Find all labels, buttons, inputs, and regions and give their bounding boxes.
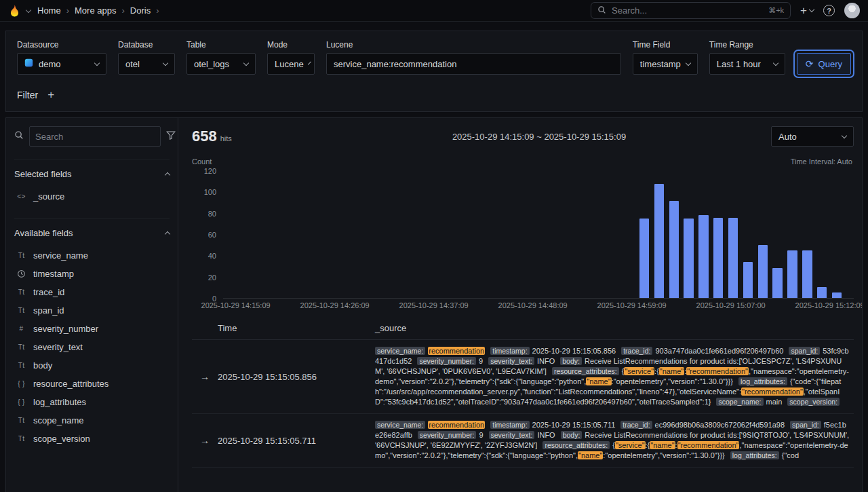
add-menu-button[interactable]: + — [800, 5, 814, 16]
global-search-input[interactable]: Search... ⌘+k — [591, 2, 791, 19]
time-field-label: Time Field — [633, 40, 698, 50]
table-value: otel_logs — [194, 59, 229, 69]
filter-funnel-icon[interactable] — [166, 130, 176, 143]
database-value: otel — [125, 59, 140, 69]
mode-select[interactable]: Lucene — [267, 53, 315, 75]
expand-row-icon[interactable]: → — [200, 435, 210, 446]
field-item-timestamp[interactable]: timestamp — [14, 265, 170, 283]
row-source: service_name:recommendationtimestamp:202… — [375, 420, 854, 461]
chevron-down-icon — [308, 61, 311, 64]
field-name: log_attributes — [33, 397, 86, 407]
chevron-down-icon[interactable] — [26, 7, 31, 12]
breadcrumb-item[interactable]: Doris — [130, 5, 151, 16]
y-axis-label: 80 — [208, 210, 216, 218]
breadcrumb-item[interactable]: Home — [37, 5, 61, 16]
time-range-display: 2025-10-29 14:15:09 ~ 2025-10-29 15:15:0… — [307, 132, 771, 142]
field-item-resource_attributes[interactable]: { }resource_attributes — [14, 375, 170, 393]
field-search-input[interactable] — [29, 126, 161, 147]
row-time: 2025-10-29 15:15:05.856 — [218, 372, 375, 382]
selected-fields-header[interactable]: Selected fields — [14, 169, 170, 179]
text-field-icon: Tt — [16, 362, 27, 369]
text-field-icon: Tt — [16, 417, 27, 424]
grafana-logo[interactable] — [8, 4, 21, 17]
results-main: 658 hits 2025-10-29 14:15:09 ~ 2025-10-2… — [178, 118, 862, 492]
histogram-bar[interactable] — [684, 219, 693, 298]
time-field-field: Time Field timestamp — [633, 40, 698, 75]
histogram-bar[interactable] — [758, 245, 768, 298]
histogram-bar[interactable] — [669, 201, 679, 298]
histogram-bar[interactable] — [817, 287, 827, 298]
highlight-text: recommendation — [428, 421, 485, 429]
field-item-log_attributes[interactable]: { }log_attributes — [14, 393, 170, 411]
histogram-bar[interactable] — [802, 250, 812, 298]
highlight-text: "name" — [659, 367, 684, 375]
histogram-bar[interactable] — [654, 184, 664, 298]
text-field-icon: Tt — [16, 435, 27, 442]
breadcrumb-item[interactable]: More apps — [75, 5, 116, 16]
field-item-severity_number[interactable]: #severity_number — [14, 320, 170, 338]
histogram-bar[interactable] — [743, 262, 753, 298]
help-icon[interactable]: ? — [823, 5, 835, 16]
field-key-chip: service_name: — [375, 421, 425, 429]
field-item-trace_id[interactable]: Tttrace_id — [14, 283, 170, 301]
field-item-scope_name[interactable]: Ttscope_name — [14, 411, 170, 430]
source-text: INFO — [537, 431, 555, 439]
source-text: 903a747daa0c1fe661ed96f206497b60 — [655, 347, 783, 355]
chevron-right-icon: › — [66, 5, 69, 16]
lucene-label: Lucene — [326, 40, 621, 50]
source-text: 9 — [479, 431, 483, 439]
field-key-chip: service_name: — [375, 347, 425, 355]
field-key-chip: log_attributes: — [738, 377, 787, 385]
histogram-bar[interactable] — [832, 292, 842, 298]
y-axis-label: 20 — [208, 273, 216, 282]
chart-plot-area: 2025-10-29 14:15:092025-10-29 14:26:0920… — [223, 171, 854, 299]
chevron-up-icon — [165, 231, 170, 237]
datasource-select[interactable]: demo — [17, 53, 106, 75]
database-select[interactable]: otel — [118, 53, 175, 75]
chevron-down-icon — [94, 60, 100, 65]
available-fields-section: Available fields Ttservice_nametimestamp… — [14, 218, 170, 448]
field-name: body — [33, 360, 52, 371]
field-item-scope_version[interactable]: Ttscope_version — [14, 430, 170, 448]
field-item-_source[interactable]: <>_source — [14, 187, 170, 206]
add-filter-button[interactable]: + — [47, 89, 54, 100]
interval-value: Auto — [778, 132, 797, 142]
query-button[interactable]: ⟳ Query — [797, 53, 851, 75]
histogram-bar[interactable] — [713, 218, 723, 298]
filter-row: Filter + — [17, 89, 851, 100]
database-field: Database otel — [118, 40, 175, 75]
field-key-chip: body: — [561, 431, 583, 439]
lucene-query-input[interactable] — [326, 53, 621, 75]
interval-select[interactable]: Auto — [771, 126, 854, 147]
field-item-severity_text[interactable]: Ttseverity_text — [14, 338, 170, 356]
highlight-text: "recommendation" — [741, 387, 804, 396]
field-key-chip: severity_number: — [417, 357, 476, 365]
query-button-wrap: ⟳ Query — [797, 53, 851, 75]
time-field-select[interactable]: timestamp — [633, 53, 698, 75]
global-search-placeholder: Search... — [612, 5, 763, 16]
y-axis-label: 100 — [204, 188, 216, 196]
chevron-down-icon — [243, 60, 249, 65]
field-key-chip: severity_text: — [489, 431, 535, 439]
field-item-service_name[interactable]: Ttservice_name — [14, 246, 170, 265]
histogram-bar[interactable] — [639, 219, 649, 298]
avatar[interactable] — [844, 3, 860, 18]
field-key-chip: span_id: — [789, 347, 820, 355]
field-item-span_id[interactable]: Ttspan_id — [14, 301, 170, 320]
time-range-select[interactable]: Last 1 hour — [709, 53, 785, 75]
datasource-field: Datasource demo — [17, 40, 106, 75]
histogram-bar[interactable] — [787, 250, 797, 298]
source-field-icon: <> — [16, 193, 27, 200]
available-fields-header[interactable]: Available fields — [14, 228, 170, 238]
histogram-bar[interactable] — [728, 218, 738, 298]
field-item-body[interactable]: Ttbody — [14, 356, 170, 375]
highlight-text: "service" — [615, 441, 646, 449]
log-table: Time _source →2025-10-29 15:15:05.856ser… — [192, 317, 854, 492]
table-select[interactable]: otel_logs — [186, 53, 256, 75]
histogram-bar[interactable] — [698, 215, 708, 298]
expand-row-icon[interactable]: → — [200, 371, 210, 382]
field-key-chip: severity_text: — [488, 357, 534, 365]
field-key-chip: resource_attributes: — [552, 367, 619, 375]
histogram-bar[interactable] — [772, 268, 782, 298]
field-name: scope_name — [33, 415, 83, 425]
